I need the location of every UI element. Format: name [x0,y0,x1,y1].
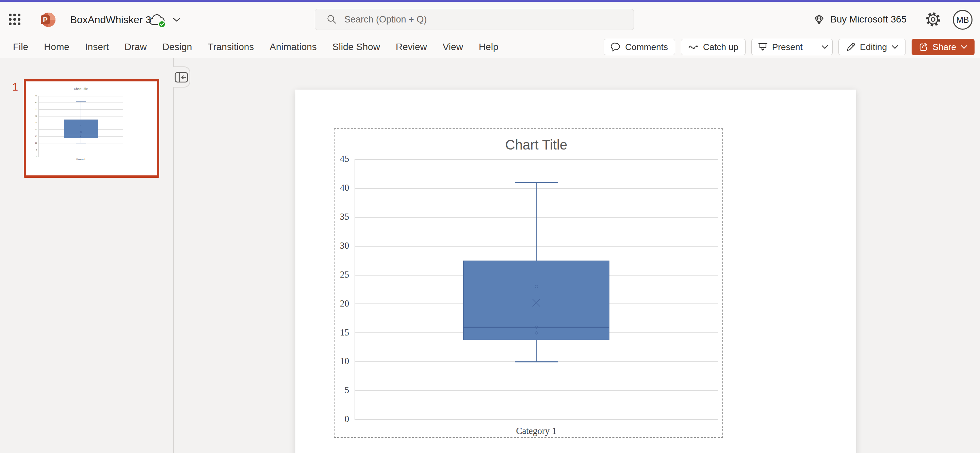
menu-items: File Home Insert Draw Design Transitions… [13,36,498,58]
whisker-cap-min [76,143,86,144]
data-point [80,125,81,126]
comments-button[interactable]: Comments [604,39,675,55]
powerpoint-web-app: P BoxAndWhisker 3 [0,0,980,453]
whisker-line-bottom [81,138,81,144]
diamond-icon [813,14,825,25]
cloud-check-icon[interactable] [148,14,168,30]
document-title[interactable]: BoxAndWhisker 3 [70,14,151,26]
whisker-line-bottom [536,340,537,362]
buy-microsoft-365-label: Buy Microsoft 365 [830,14,907,25]
editing-label: Editing [860,42,887,53]
y-tick-label: 40 [32,102,37,104]
y-tick-label: 20 [32,128,37,131]
menu-bar: File Home Insert Draw Design Transitions… [0,36,980,58]
panel-divider [173,58,174,453]
y-tick-label: 45 [32,95,37,97]
present-label: Present [772,42,803,53]
y-tick-label: 5 [32,149,37,151]
box-whisker-chart-object[interactable]: Chart Title454035302520151050Category 1 [334,128,723,438]
svg-text:P: P [43,16,48,24]
slide-thumbnail-preview: Chart Title454035302520151050Category 1 [26,81,157,175]
powerpoint-icon[interactable]: P [40,11,56,28]
data-point [535,325,538,329]
y-tick-label: 35 [325,212,349,222]
y-tick-label: 0 [32,155,37,157]
menu-help[interactable]: Help [479,41,498,53]
menu-transitions[interactable]: Transitions [208,41,254,53]
data-point [535,285,538,288]
catch-up-button[interactable]: Catch up [681,39,746,55]
gridline [38,150,123,150]
gridline [355,419,718,420]
y-tick-label: 15 [32,135,37,137]
chevron-down-icon[interactable] [172,17,181,24]
top-bar: P BoxAndWhisker 3 [0,2,980,36]
whisker-line-top [81,102,81,120]
pulse-icon [688,42,699,52]
y-tick-label: 15 [325,327,349,338]
menu-file[interactable]: File [13,41,28,53]
whisker-cap-min [515,361,558,362]
x-category-label: Category 1 [38,158,123,160]
y-tick-label: 5 [325,385,349,396]
app-launcher-waffle-icon[interactable] [8,13,21,26]
y-tick-label: 0 [325,414,349,424]
present-split-button: Present [751,39,833,55]
plot-left-border [38,96,39,157]
y-tick-label: 25 [325,270,349,280]
account-avatar[interactable]: MB [953,10,972,30]
y-tick-label: 30 [32,115,37,117]
menu-view[interactable]: View [443,41,463,53]
chevron-down-icon [821,44,829,50]
menu-insert[interactable]: Insert [85,41,109,53]
chart-title: Chart Title [355,137,718,153]
menu-animations[interactable]: Animations [269,41,317,53]
search-box[interactable] [315,9,634,30]
slide-thumbnail-1[interactable]: Chart Title454035302520151050Category 1 [24,79,159,178]
comments-label: Comments [625,42,668,53]
menu-draw[interactable]: Draw [124,41,147,53]
menu-home[interactable]: Home [44,41,69,53]
menu-design[interactable]: Design [162,41,192,53]
gridline [355,159,718,160]
y-tick-label: 25 [32,121,37,124]
y-tick-label: 35 [32,108,37,110]
buy-microsoft-365-button[interactable]: Buy Microsoft 365 [813,12,907,27]
y-tick-label: 10 [325,356,349,367]
pencil-icon [846,42,856,52]
projector-screen-icon [758,42,768,52]
menu-slide-show[interactable]: Slide Show [332,41,380,53]
collapse-pane-left-icon[interactable] [175,72,188,83]
whisker-cap-max [515,182,558,183]
panel-collapse-tab [173,66,190,88]
editing-mode-button[interactable]: Editing [838,39,906,55]
chevron-down-icon [891,44,899,50]
magnifier-icon [327,14,337,24]
plot-left-border [355,160,355,420]
slide-number: 1 [12,81,18,93]
mean-marker [532,299,540,307]
mean-marker [80,128,82,131]
chevron-down-icon [960,44,968,50]
y-tick-label: 45 [325,154,349,164]
menu-review[interactable]: Review [396,41,427,53]
y-tick-label: 40 [325,183,349,193]
share-arrow-icon [918,42,929,52]
gridline [38,96,123,96]
whisker-cap-max [76,101,86,102]
present-button[interactable]: Present [752,39,809,55]
y-tick-label: 30 [325,241,349,251]
share-button[interactable]: Share [912,39,975,55]
data-point [535,332,538,335]
gear-icon[interactable] [925,11,941,27]
speech-bubble-icon [611,42,621,52]
split-divider [813,39,814,55]
x-category-label: Category 1 [355,426,718,436]
search-input[interactable] [337,14,633,25]
whisker-line-top [536,183,537,260]
y-tick-label: 10 [32,142,37,144]
y-tick-label: 20 [325,298,349,309]
present-dropdown[interactable] [817,39,832,55]
slide-canvas[interactable]: Chart Title454035302520151050Category 1 [295,89,856,453]
catch-up-label: Catch up [703,42,738,53]
